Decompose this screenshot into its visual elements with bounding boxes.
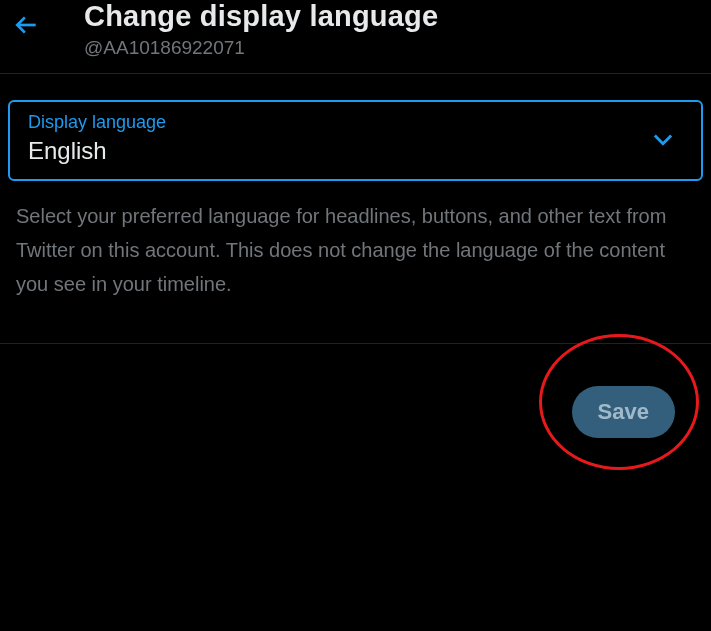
header-titles: Change display language @AA10186922071 <box>84 0 438 59</box>
language-description: Select your preferred language for headl… <box>8 181 703 301</box>
back-button[interactable] <box>10 6 44 48</box>
page-header: Change display language @AA10186922071 <box>0 0 711 74</box>
chevron-down-icon <box>649 125 677 157</box>
arrow-left-icon <box>14 24 40 41</box>
select-label: Display language <box>28 112 683 133</box>
save-area: Save <box>0 344 711 494</box>
display-language-select[interactable]: Display language English <box>8 100 703 181</box>
select-value: English <box>28 137 683 165</box>
user-handle: @AA10186922071 <box>84 37 438 59</box>
page-title: Change display language <box>84 0 438 33</box>
save-button[interactable]: Save <box>572 386 675 438</box>
content-area: Display language English Select your pre… <box>0 74 711 301</box>
